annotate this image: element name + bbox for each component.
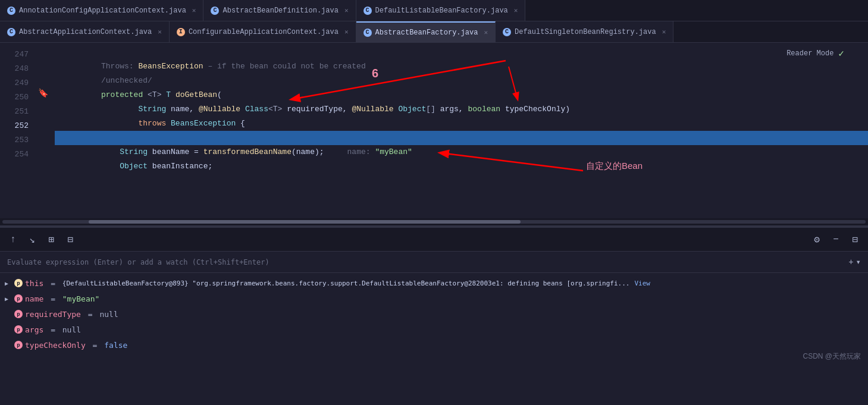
reader-mode-button[interactable]: Reader Mode	[786, 49, 833, 58]
tab-label-abstract-bean-def: AbstractBeanDefinition.java	[223, 7, 338, 15]
line-num-249: 249	[0, 76, 29, 90]
debug-minimize-button[interactable]: −	[828, 231, 844, 248]
tab-icon-configurable: I	[177, 28, 185, 36]
horizontal-scrollbar[interactable]	[0, 218, 868, 225]
tab-close-abstract-bean-factory[interactable]: ✕	[484, 29, 488, 36]
code-line-247: /unchecked/	[55, 59, 868, 74]
gutter: 🔖	[36, 43, 50, 218]
debug-table-view-button[interactable]: ⊞	[43, 231, 59, 248]
var-eq-required-type: =	[83, 310, 97, 319]
line-numbers: 247 248 249 250 251 252 253 254	[0, 43, 36, 218]
var-val-args: null	[62, 325, 81, 334]
debug-step-out-button[interactable]: ↑	[5, 231, 21, 248]
tab-default-listable[interactable]: C DefaultListableBeanFactory.java ✕	[356, 0, 526, 21]
var-name-this: this	[25, 279, 43, 288]
line-num-247: 247	[0, 48, 29, 62]
var-row-required-type[interactable]: ▶ p requiredType = null	[0, 306, 868, 322]
reader-mode-area: Reader Mode ✓	[786, 48, 844, 59]
eval-dropdown-button[interactable]: ▾	[856, 257, 861, 267]
tab-icon-abstract-bean-def: C	[211, 7, 219, 15]
var-dot-type-check-only: p	[14, 341, 23, 349]
eval-area: Evaluate expression (Enter) or add a wat…	[0, 252, 868, 273]
tab-close-default-listable[interactable]: ✕	[514, 7, 518, 14]
tab-default-singleton[interactable]: C DefaultSingletonBeanRegistry.java ✕	[496, 21, 673, 43]
var-row-type-check-only[interactable]: ▶ p typeCheckOnly = false	[0, 337, 868, 353]
tab-label-default-listable: DefaultListableBeanFactory.java	[375, 7, 508, 15]
var-eq-name: =	[46, 294, 59, 303]
tab-label-configurable: ConfigurableApplicationContext.java	[189, 28, 339, 36]
throws-comment-line: Throws: BeansException – if the bean cou…	[55, 45, 868, 59]
code-line-251	[55, 117, 868, 131]
tab-icon-abstract-app: C	[7, 28, 15, 36]
reader-mode-checkmark: ✓	[838, 48, 844, 59]
var-dot-this: p	[14, 279, 23, 287]
var-name-args: args	[25, 325, 43, 334]
var-row-name[interactable]: ▶ p name = "myBean"	[0, 291, 868, 306]
tab-icon-annotation: C	[7, 7, 15, 15]
tab-configurable[interactable]: I ConfigurableApplicationContext.java ✕	[170, 21, 356, 43]
scrollbar-track	[2, 220, 866, 224]
line-num-250: 250	[0, 90, 29, 105]
line-num-253: 253	[0, 133, 29, 147]
line-num-252: 252	[0, 119, 29, 133]
tab-annotation-config[interactable]: C AnnotationConfigApplicationContext.jav…	[0, 0, 203, 21]
code-line-254	[55, 159, 868, 174]
tab-icon-abstract-bean-factory: C	[364, 29, 372, 37]
eval-actions: + ▾	[848, 257, 861, 267]
line-num-251: 251	[0, 105, 29, 119]
debug-columns-button[interactable]: ⊟	[847, 231, 863, 248]
var-expand-this[interactable]: ▶	[5, 280, 12, 287]
bookmark-icon: 🔖	[38, 88, 48, 98]
var-name-type-check-only: typeCheckOnly	[25, 341, 86, 350]
tab-bar-bottom: C AbstractApplicationContext.java ✕ I Co…	[0, 21, 868, 43]
var-eq-args: =	[46, 325, 59, 334]
tab-close-abstract-bean-def[interactable]: ✕	[344, 7, 349, 14]
code-line-249: String name, @Nullable Class<T> required…	[55, 88, 868, 102]
variables-panel: ▶ p this = {DefaultListableBeanFactory@8…	[0, 273, 868, 366]
scrollbar-thumb[interactable]	[89, 220, 521, 224]
tab-bar-top: C AnnotationConfigApplicationContext.jav…	[0, 0, 868, 21]
tab-close-abstract-app[interactable]: ✕	[158, 28, 162, 36]
tab-close-configurable[interactable]: ✕	[344, 28, 349, 36]
code-line-250: throws BeansException {	[55, 102, 868, 117]
var-dot-args: p	[14, 325, 23, 334]
tab-close-default-singleton[interactable]: ✕	[662, 28, 666, 36]
tab-close-annotation[interactable]: ✕	[192, 7, 196, 14]
tab-abstract-bean-def[interactable]: C AbstractBeanDefinition.java ✕	[203, 0, 356, 21]
code-line-253: Object beanInstance;	[55, 145, 868, 159]
var-view-this[interactable]: View	[634, 280, 650, 287]
tab-abstract-app[interactable]: C AbstractApplicationContext.java ✕	[0, 21, 170, 43]
tab-label-abstract-bean-factory: AbstractBeanFactory.java	[375, 29, 478, 37]
debug-settings-button[interactable]: ⚙	[809, 231, 825, 248]
tab-label-default-singleton: DefaultSingletonBeanRegistry.java	[515, 28, 656, 36]
var-row-args[interactable]: ▶ p args = null	[0, 322, 868, 337]
var-val-this: {DefaultListableBeanFactory@893} "org.sp…	[62, 280, 630, 287]
debug-step-into-button[interactable]: ↘	[24, 231, 40, 248]
watermark: CSDN @天然玩家	[803, 351, 861, 362]
tab-label-abstract-app: AbstractApplicationContext.java	[19, 28, 152, 36]
tab-label-annotation: AnnotationConfigApplicationContext.java	[19, 7, 186, 15]
var-val-name: "myBean"	[62, 294, 100, 303]
line-num-254: 254	[0, 147, 29, 162]
var-dot-required-type: p	[14, 310, 23, 318]
var-eq-type-check-only: =	[88, 341, 102, 350]
var-dot-name: p	[14, 294, 23, 303]
var-eq-this: =	[46, 279, 59, 288]
tab-icon-default-listable: C	[364, 7, 372, 15]
var-name-name: name	[25, 294, 43, 303]
line-num-248: 248	[0, 62, 29, 76]
bottom-section: ↑ ↘ ⊞ ⊟ ⚙ − ⊟ Evaluate expression (Enter…	[0, 228, 868, 366]
var-name-required-type: requiredType	[25, 310, 81, 319]
debug-toolbar: ↑ ↘ ⊞ ⊟ ⚙ − ⊟	[0, 228, 868, 252]
var-row-this[interactable]: ▶ p this = {DefaultListableBeanFactory@8…	[0, 275, 868, 291]
code-content: Throws: BeansException – if the bean cou…	[50, 43, 868, 218]
editor-area: 247 248 249 250 251 252 253 254 🔖 Throws…	[0, 43, 868, 218]
tab-icon-default-singleton: C	[503, 28, 511, 36]
eval-input-placeholder: Evaluate expression (Enter) or add a wat…	[7, 258, 844, 266]
code-line-252: String beanName = transformedBeanName(na…	[55, 131, 868, 145]
tab-abstract-bean-factory[interactable]: C AbstractBeanFactory.java ✕	[356, 21, 496, 43]
var-expand-name[interactable]: ▶	[5, 296, 12, 302]
debug-group-button[interactable]: ⊟	[62, 231, 79, 248]
var-val-required-type: null	[99, 310, 118, 319]
eval-add-button[interactable]: +	[848, 258, 853, 267]
